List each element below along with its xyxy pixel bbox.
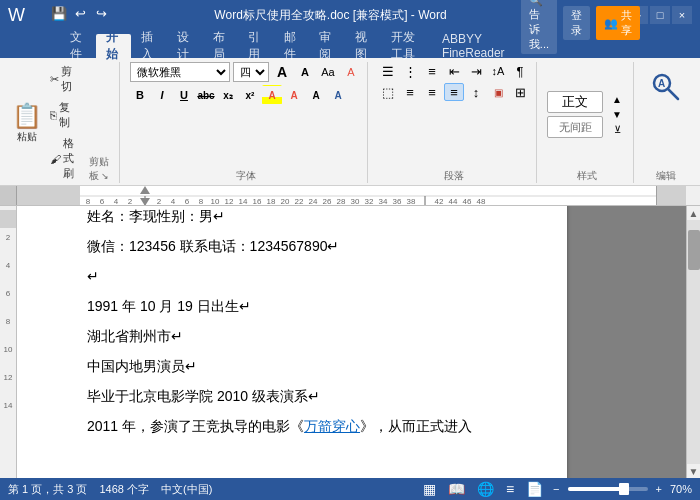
vertical-scrollbar[interactable]: ▲ ▼ <box>686 206 700 478</box>
zoom-level[interactable]: 70% <box>670 483 692 495</box>
font-color-button[interactable]: A <box>284 85 304 105</box>
undo-quickbtn[interactable]: ↩ <box>71 4 89 22</box>
cut-button[interactable]: ✂ 剪切 <box>46 62 83 96</box>
document-page: 姓名：李现性别：男↵ 微信：123456 联系电话：1234567890↵ ↵ … <box>17 206 567 478</box>
scroll-down-arrow[interactable]: ▼ <box>687 464 701 478</box>
bold-button[interactable]: B <box>130 85 150 105</box>
menu-item-references[interactable]: 引用 <box>238 34 274 58</box>
editing-icon[interactable]: A <box>644 62 688 112</box>
draft-view-btn[interactable]: 📄 <box>524 481 545 497</box>
doc-line-5: 湖北省荆州市↵ <box>87 322 497 350</box>
font-shrink-button[interactable]: A <box>295 62 315 82</box>
styles-noSpace[interactable]: 无间距 <box>547 116 603 138</box>
svg-text:28: 28 <box>337 197 346 205</box>
change-case-button[interactable]: Aa <box>318 62 338 82</box>
indent-marker-bottom <box>140 198 150 205</box>
redo-quickbtn[interactable]: ↪ <box>92 4 110 22</box>
bullets-button[interactable]: ☰ <box>378 62 398 80</box>
font-name-select[interactable]: 微软雅黑 <box>130 62 230 82</box>
menu-item-insert[interactable]: 插入 <box>131 34 167 58</box>
styles-normal[interactable]: 正文 <box>547 91 603 113</box>
zoom-out-btn[interactable]: − <box>553 483 559 495</box>
clear-format-button[interactable]: A <box>341 62 361 82</box>
align-left-button[interactable]: ⬚ <box>378 83 398 101</box>
print-view-btn[interactable]: ▦ <box>421 481 438 497</box>
multilevel-button[interactable]: ≡ <box>422 62 442 80</box>
ruler-corner <box>0 186 17 205</box>
shading-button[interactable]: ▣ <box>488 83 508 101</box>
border-button[interactable]: ⊞ <box>510 83 530 101</box>
strikethrough-button[interactable]: abc <box>196 85 216 105</box>
underline-button[interactable]: U <box>174 85 194 105</box>
read-view-btn[interactable]: 📖 <box>446 481 467 497</box>
doc-link-movie[interactable]: 万箭穿心 <box>304 418 360 434</box>
page-count[interactable]: 第 1 页，共 3 页 <box>8 482 87 497</box>
ribbon-toolbar: 📋 粘贴 ✂ 剪切 ⎘ 复制 🖌 格式刷 剪贴板 ↘ 微软雅黑 四号 A A <box>0 58 700 186</box>
svg-text:8: 8 <box>5 317 10 326</box>
subscript-button[interactable]: x₂ <box>218 85 238 105</box>
styles-group: 正文 无间距 ▲ ▼ ⊻ 样式 <box>541 62 634 183</box>
styles-scroll-down[interactable]: ▼ <box>607 107 627 122</box>
styles-more[interactable]: ⊻ <box>607 122 627 137</box>
zoom-slider[interactable] <box>568 487 648 491</box>
numbering-button[interactable]: ⋮ <box>400 62 420 80</box>
doc-line-8: 2011 年，参演了王竞执导的电影《万箭穿心》，从而正式进入 <box>87 412 497 440</box>
text-effect-button[interactable]: A <box>328 85 348 105</box>
menu-item-home[interactable]: 开始 <box>96 34 132 58</box>
justify-button[interactable]: ≡ <box>444 83 464 101</box>
scroll-track[interactable] <box>687 220 701 464</box>
signin-button[interactable]: 登录 <box>563 6 590 40</box>
scroll-thumb[interactable] <box>688 230 700 270</box>
menubar-container: 文件 开始 插入 设计 布局 引用 邮件 审阅 视图 开发工具 ABBYY Fi… <box>0 30 700 58</box>
menu-item-layout[interactable]: 布局 <box>203 34 239 58</box>
menu-item-mailings[interactable]: 邮件 <box>274 34 310 58</box>
font-size-select[interactable]: 四号 <box>233 62 269 82</box>
zoom-in-btn[interactable]: + <box>656 483 662 495</box>
web-view-btn[interactable]: 🌐 <box>475 481 496 497</box>
decrease-indent-button[interactable]: ⇤ <box>444 62 464 80</box>
font-shade-button[interactable]: A <box>306 85 326 105</box>
ruler-scrollbar-corner <box>686 186 700 205</box>
format-painter-button[interactable]: 🖌 格式刷 <box>46 134 83 183</box>
scroll-up-arrow[interactable]: ▲ <box>687 206 701 220</box>
sort-button[interactable]: ↕A <box>488 62 508 80</box>
close-button[interactable]: × <box>672 6 692 24</box>
font-grow-button[interactable]: A <box>272 62 292 82</box>
align-center-button[interactable]: ≡ <box>400 83 420 101</box>
doc-text-line8-before: 2011 年，参演了王竞执导的电影《 <box>87 418 304 434</box>
save-quickbtn[interactable]: 💾 <box>50 4 68 22</box>
italic-button[interactable]: I <box>152 85 172 105</box>
format-painter-icon: 🖌 <box>50 153 61 165</box>
menu-item-view[interactable]: 视图 <box>345 34 381 58</box>
styles-scroll-up[interactable]: ▲ <box>607 92 627 107</box>
show-marks-button[interactable]: ¶ <box>510 62 530 80</box>
superscript-button[interactable]: x² <box>240 85 260 105</box>
share-button[interactable]: 👥 共享 <box>596 6 640 40</box>
doc-text-line2: 微信：123456 联系电话：1234567890↵ <box>87 238 339 254</box>
menu-item-design[interactable]: 设计 <box>167 34 203 58</box>
copy-button[interactable]: ⎘ 复制 <box>46 98 83 132</box>
increase-indent-button[interactable]: ⇥ <box>466 62 486 80</box>
menu-item-abbyy[interactable]: ABBYY FineReader <box>432 34 521 58</box>
outline-view-btn[interactable]: ≡ <box>504 481 516 497</box>
menu-item-file[interactable]: 文件 <box>60 34 96 58</box>
tell-me-button[interactable]: 🔍 告诉我... <box>521 0 557 54</box>
paste-button[interactable]: 📋 粘贴 <box>10 62 44 183</box>
zoom-thumb[interactable] <box>619 483 629 495</box>
text-highlight-button[interactable]: A <box>262 85 282 105</box>
maximize-button[interactable]: □ <box>650 6 670 24</box>
svg-text:2: 2 <box>128 197 133 205</box>
svg-text:44: 44 <box>449 197 458 205</box>
align-right-button[interactable]: ≡ <box>422 83 442 101</box>
font-group: 微软雅黑 四号 A A Aa A B I U abc x₂ x² A A A <box>124 62 368 183</box>
svg-text:20: 20 <box>281 197 290 205</box>
word-count[interactable]: 1468 个字 <box>99 482 149 497</box>
menu-item-devtools[interactable]: 开发工具 <box>381 34 432 58</box>
ruler-right-margin <box>656 186 686 205</box>
line-spacing-button[interactable]: ↕ <box>466 83 486 101</box>
zoom-fill <box>568 487 624 491</box>
language[interactable]: 中文(中国) <box>161 482 212 497</box>
status-bar: 第 1 页，共 3 页 1468 个字 中文(中国) ▦ 📖 🌐 ≡ 📄 − +… <box>0 478 700 500</box>
document-scroll-area[interactable]: 姓名：李现性别：男↵ 微信：123456 联系电话：1234567890↵ ↵ … <box>17 206 686 478</box>
menu-item-review[interactable]: 审阅 <box>309 34 345 58</box>
